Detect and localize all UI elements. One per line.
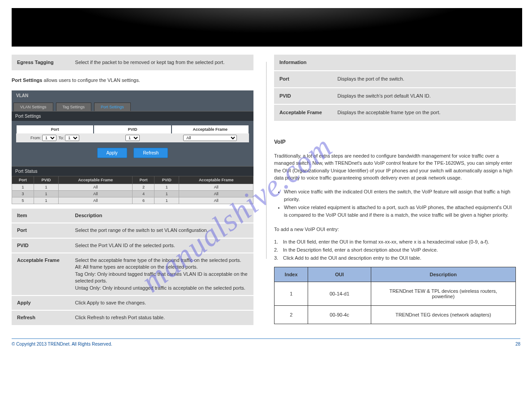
st-h3: Port [133,176,154,184]
ex-r0-2: TRENDnet TEW & TPL devices (wireless rou… [371,282,515,306]
pvid-select[interactable]: 1 [125,135,140,141]
tab-vlan-settings[interactable]: VLAN Settings [13,103,53,111]
rt-r2-d: Displays the acceptable frame type on th… [332,105,516,120]
port-status-section-bar: Port Status [12,166,253,176]
rt-r1-d: Displays the switch's port default VLAN … [332,88,516,104]
tab-tag-settings[interactable]: Tag Settings [56,103,92,111]
it-h0: Item [12,209,70,223]
vlan-screenshot-panel: VLAN VLAN Settings Tag Settings Port Set… [12,90,253,204]
rt-r0-d: Displays the port of the switch. [332,71,516,87]
ex-r1-2: TRENDnet TEG devices (network adapters) [371,306,515,324]
egress-tagging-table: Egress Tagging Select if the packet to b… [12,55,253,70]
tab-port-settings[interactable]: Port Settings [94,103,131,111]
it-r2-d: Select the acceptable frame type of the … [70,253,253,295]
ps-head-pvid: PVID [94,125,171,133]
frame-select[interactable]: All [183,135,237,141]
ps-head-frame: Acceptable Frame [172,125,249,133]
page-number: 28 [515,342,520,347]
ex-h0: Index [275,267,308,282]
rt-r0-l: Port [274,71,332,87]
it-r4-l: Refresh [12,311,70,325]
st-h0: Port [12,176,34,184]
port-settings-items-table: ItemDescription PortSelect the port rang… [12,209,253,325]
it-r1-d: Select the Port VLAN ID of the selected … [70,239,253,253]
it-r2-l: Acceptable Frame [12,253,70,295]
oui-example-table: Index OUI Description 1 00-14-d1 TRENDne… [274,267,516,324]
step-2: 2.In the Description field, enter a shor… [274,247,516,253]
ps-port-cell: From: 1 To: 1 [16,133,94,142]
vlan-title: VLAN [12,90,253,101]
egress-label: Egress Tagging [12,55,70,70]
ps-pvid-cell: 1 [94,133,171,142]
column-divider [266,62,267,259]
port-settings-label-bold: Port Settings [12,77,42,83]
vlan-tabs: VLAN Settings Tag Settings Port Settings [12,101,253,111]
ps-frame-cell: All [172,133,249,142]
info-port-table: Information PortDisplays the port of the… [274,55,516,121]
it-h1: Description [70,209,253,223]
ps-head-port: Port [17,125,93,133]
ex-r1-0: 2 [275,306,308,324]
st-h2: Acceptable Frame [58,176,133,184]
egress-desc: Select if the packet to be removed or ke… [70,55,253,70]
it-r3-l: Apply [12,296,70,310]
step-1: 1.In the OUI field, enter the OUI in the… [274,239,516,244]
from-select[interactable]: 1 [42,135,56,141]
st-h4: PVID [154,176,179,184]
port-settings-section-bar: Port Settings [12,111,253,121]
step-3: 3.Click Add to add the OUI and descripti… [274,255,516,261]
info-header: Information [274,55,516,70]
voip-text-2: To add a new VoIP OUI entry: [274,226,516,233]
it-r1-l: PVID [12,239,70,253]
header-banner [12,8,522,47]
it-r3-d: Click Apply to save the changes. [70,296,253,310]
ex-h1: OUI [308,267,371,282]
rt-r1-l: PVID [274,88,332,104]
voip-heading: VoIP [274,139,516,145]
port-settings-intro: Port Settings allows users to configure … [12,77,253,84]
ex-h2: Description [371,267,515,282]
voip-bullet-1: When voice traffic with the indicated OU… [284,188,516,204]
it-r4-d: Click Refresh to refresh Port status tab… [70,311,253,325]
st-h1: PVID [34,176,58,184]
voip-text-1: Traditionally, a lot of extra steps are … [274,152,516,182]
copyright-text: © Copyright 2013 TRENDnet. All Rights Re… [12,342,112,347]
voip-bullet-2: When voice related equipment is attached… [284,204,516,219]
ex-r0-0: 1 [275,282,308,306]
port-settings-intro-text: allows users to configure the VLAN setti… [42,77,140,83]
st-h5: Acceptable Frame [179,176,253,184]
refresh-button[interactable]: Refresh [133,148,168,158]
page-footer: © Copyright 2013 TRENDnet. All Rights Re… [12,338,520,347]
it-r0-d: Select the port range of the switch to s… [70,223,253,237]
ex-r0-1: 00-14-d1 [308,282,371,306]
port-status-table: Port PVID Acceptable Frame Port PVID Acc… [12,176,253,204]
to-select[interactable]: 1 [65,135,79,141]
apply-button[interactable]: Apply [97,148,127,158]
rt-r2-l: Acceptable Frame [274,105,332,120]
ex-r1-1: 00-90-4c [308,306,371,324]
it-r0-l: Port [12,223,70,237]
voip-bullet-list: When voice traffic with the indicated OU… [284,188,516,219]
